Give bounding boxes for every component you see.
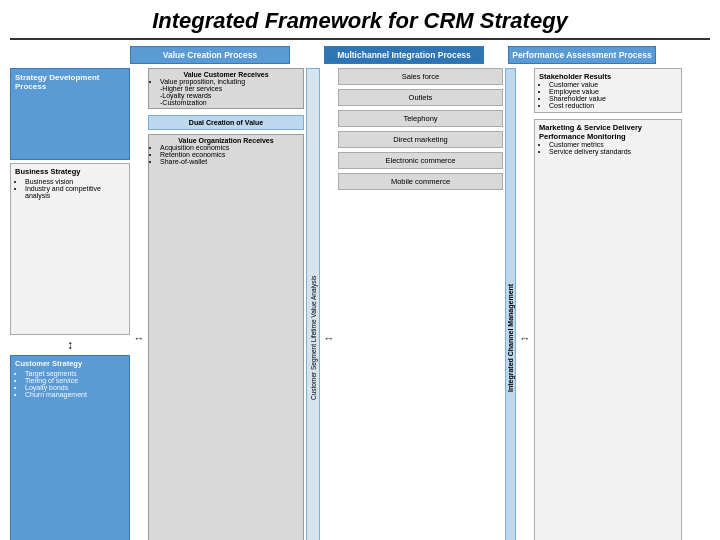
list-item: Churn management (25, 391, 125, 398)
list-item: -Customization (160, 99, 300, 106)
arrow-col-3: ↔ (518, 68, 532, 540)
list-item: Cost reduction (549, 102, 677, 109)
integrated-channel-label: Integrated Channel Management (505, 68, 516, 540)
marketing-list: Customer metrics Service delivery standa… (539, 141, 677, 155)
channel-electronic-commerce: Electronic commerce (338, 152, 503, 169)
clv-label: Customer Segment Lifetime Value Analysis (306, 68, 320, 540)
diagram-body: Strategy Development Process Business St… (10, 68, 710, 540)
multichannel-header: Multichannel Integration Process (324, 46, 484, 64)
value-creation-header: Value Creation Process (130, 46, 290, 64)
strategy-header-spacer (10, 46, 128, 64)
list-item: Industry and competitive analysis (25, 185, 125, 199)
arrow-col-1: ↔ (132, 68, 146, 540)
list-item: Share-of-wallet (160, 158, 300, 165)
value-customer-list: Value proposition, including -Higher tie… (152, 78, 300, 106)
value-customer-receives-box: Value Customer Receives Value propositio… (148, 68, 304, 109)
dual-creation-box: Dual Creation of Value (148, 115, 304, 130)
strategy-header-box: Strategy Development Process (10, 68, 130, 160)
value-org-receives-box: Value Organization Receives Acquisition … (148, 134, 304, 540)
list-item: Acquisition economics (160, 144, 300, 151)
list-item: Shareholder value (549, 95, 677, 102)
list-item: Loyalty bonds (25, 384, 125, 391)
value-creation-col: Value Customer Receives Value propositio… (148, 68, 320, 540)
performance-col: Stakeholder Results Customer value Emplo… (534, 68, 682, 540)
strategy-col: Strategy Development Process Business St… (10, 68, 130, 540)
channel-telephony: Telephony (338, 110, 503, 127)
channel-sales-force: Sales force (338, 68, 503, 85)
stakeholder-list: Customer value Employee value Shareholde… (539, 81, 677, 109)
list-item: Customer metrics (549, 141, 677, 148)
stakeholder-results-box: Stakeholder Results Customer value Emplo… (534, 68, 682, 113)
arrow-down-1: ↕ (10, 338, 130, 352)
channel-list: Sales force Outlets Telephony Direct mar… (338, 68, 503, 540)
customer-strategy-box: Customer Strategy Target segments Tierin… (10, 355, 130, 541)
list-item: -Higher tier services (160, 85, 300, 92)
channel-direct-marketing: Direct marketing (338, 131, 503, 148)
list-item: Employee value (549, 88, 677, 95)
arrow-col-2: ↔ (322, 68, 336, 540)
performance-header: Performance Assessment Process (508, 46, 656, 64)
main-diagram: Value Creation Process Multichannel Inte… (10, 46, 710, 540)
list-item: Tiering of service (25, 377, 125, 384)
arrow-right-2: ↔ (324, 332, 335, 344)
arrow-right-1: ↔ (134, 332, 145, 344)
customer-strategy-list: Target segments Tiering of service Loyal… (15, 370, 125, 398)
list-item: Retention economics (160, 151, 300, 158)
list-item: -Loyalty rewards (160, 92, 300, 99)
arrow-right-3: ↔ (520, 332, 531, 344)
business-strategy-box: Business Strategy Business vision Indust… (10, 163, 130, 335)
value-content: Value Customer Receives Value propositio… (148, 68, 304, 540)
list-item: Service delivery standards (549, 148, 677, 155)
list-item: Business vision (25, 178, 125, 185)
list-item: Value proposition, including (160, 78, 300, 85)
page: Integrated Framework for CRM Strategy Va… (0, 0, 720, 540)
multichannel-col: Sales force Outlets Telephony Direct mar… (338, 68, 516, 540)
page-title: Integrated Framework for CRM Strategy (10, 8, 710, 40)
channel-mobile-commerce: Mobile commerce (338, 173, 503, 190)
marketing-monitoring-box: Marketing & Service Delivery Performance… (534, 119, 682, 540)
list-item: Customer value (549, 81, 677, 88)
list-item: Target segments (25, 370, 125, 377)
value-org-list: Acquisition economics Retention economic… (152, 144, 300, 165)
business-strategy-list: Business vision Industry and competitive… (15, 178, 125, 199)
channel-outlets: Outlets (338, 89, 503, 106)
